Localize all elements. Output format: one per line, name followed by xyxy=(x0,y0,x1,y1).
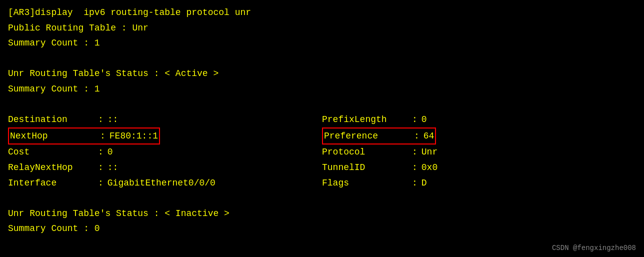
tunnelid-key: TunnelID xyxy=(322,160,412,176)
route-row-prefixlength: PrefixLength : 0 xyxy=(322,112,636,128)
route-row-protocol: Protocol : Unr xyxy=(322,144,636,160)
empty-line-2 xyxy=(8,97,636,112)
prefixlength-val: 0 xyxy=(422,112,427,128)
line-summary-count-active: Summary Count : 1 xyxy=(8,82,636,97)
relaynexthop-val: :: xyxy=(108,160,118,176)
nexthop-key: NextHop xyxy=(10,128,100,144)
preference-val: 64 xyxy=(424,128,434,144)
route-row-interface: Interface : GigabitEthernet0/0/0 xyxy=(8,176,322,191)
interface-val: GigabitEthernet0/0/0 xyxy=(108,176,216,191)
line-summary-count-1: Summary Count : 1 xyxy=(8,36,636,51)
route-row-tunnelid: TunnelID : 0x0 xyxy=(322,160,636,176)
flags-key: Flags xyxy=(322,176,412,191)
route-row-nexthop: NextHop : FE80:1::1 xyxy=(8,128,322,145)
line-inactive-status: Unr Routing Table's Status : < Inactive … xyxy=(8,206,636,222)
route-row-cost: Cost : 0 xyxy=(8,144,322,160)
destination-key: Destination xyxy=(8,112,98,128)
route-row-destination: Destination : :: xyxy=(8,112,322,128)
flags-val: D xyxy=(422,176,427,191)
terminal: [AR3]display ipv6 routing-table protocol… xyxy=(0,0,644,242)
line-active-status: Unr Routing Table's Status : < Active > xyxy=(8,66,636,82)
destination-val: :: xyxy=(108,112,118,128)
prefixlength-key: PrefixLength xyxy=(322,112,412,128)
protocol-val: Unr xyxy=(422,144,438,160)
line-public-routing: Public Routing Table : Unr xyxy=(8,20,636,36)
tunnelid-val: 0x0 xyxy=(422,160,438,176)
nexthop-val: FE80:1::1 xyxy=(110,128,158,144)
line-command: [AR3]display ipv6 routing-table protocol… xyxy=(8,5,636,20)
empty-line-1 xyxy=(8,51,636,66)
route-row-preference: Preference : 64 xyxy=(322,128,636,145)
route-left-column: Destination : :: NextHop : FE80:1::1 Cos… xyxy=(8,112,322,190)
watermark: CSDN @fengxingzhe008 xyxy=(552,244,636,252)
route-row-relaynexthop: RelayNextHop : :: xyxy=(8,160,322,176)
route-right-column: PrefixLength : 0 Preference : 64 Protoco… xyxy=(322,112,636,190)
cost-key: Cost xyxy=(8,144,98,160)
line-summary-count-inactive: Summary Count : 0 xyxy=(8,221,636,236)
preference-key: Preference xyxy=(324,128,414,144)
route-row-flags: Flags : D xyxy=(322,176,636,191)
cost-val: 0 xyxy=(108,144,113,160)
interface-key: Interface xyxy=(8,176,98,191)
protocol-key: Protocol xyxy=(322,144,412,160)
nexthop-highlight-box: NextHop : FE80:1::1 xyxy=(8,128,160,145)
relaynexthop-key: RelayNextHop xyxy=(8,160,98,176)
route-table: Destination : :: NextHop : FE80:1::1 Cos… xyxy=(8,112,636,190)
preference-highlight-box: Preference : 64 xyxy=(322,128,436,145)
empty-line-3 xyxy=(8,190,636,206)
